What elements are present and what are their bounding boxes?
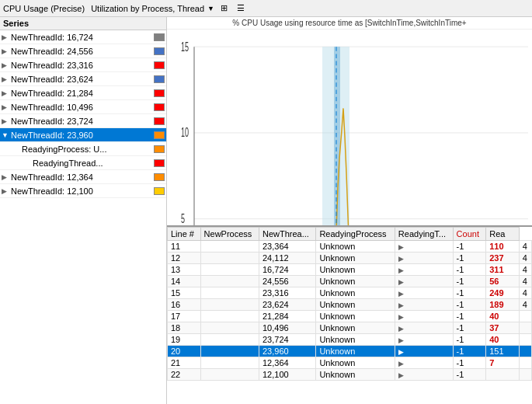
cell-readying-process: Unknown	[316, 369, 395, 381]
cell-thread: 24,112	[259, 252, 315, 264]
cell-thread: 21,284	[259, 311, 315, 322]
toolbar-subtitle: Utilization by Process, Thread	[91, 4, 204, 13]
series-item-7[interactable]: ▶NewThreadId: 23,724	[0, 114, 166, 128]
series-item-10[interactable]: ReadyingThread...	[0, 156, 166, 170]
color-box-7	[154, 117, 165, 125]
expand-arrow-1: ▶	[2, 33, 11, 41]
table-row[interactable]: 2212,100Unknown▶-1	[168, 369, 532, 381]
col-header-rea[interactable]: Rea	[486, 228, 520, 241]
cell-readying-t: -1	[453, 334, 486, 346]
cell-process	[200, 334, 259, 346]
toolbar-title: CPU Usage (Precise)	[3, 4, 85, 13]
table-row[interactable]: 1424,556Unknown▶-1564	[168, 276, 532, 287]
series-name-10: ReadyingThread...	[33, 158, 152, 168]
svg-text:15: 15	[181, 40, 189, 54]
col-header-readying-t[interactable]: ReadyingT...	[395, 228, 453, 241]
series-item-9[interactable]: ReadyingProcess: U...	[0, 142, 166, 156]
cell-count: 311	[486, 264, 520, 276]
table-row[interactable]: 1923,724Unknown▶-140	[168, 334, 532, 346]
cell-readying-process: Unknown	[316, 322, 395, 334]
series-header: Series	[0, 17, 166, 30]
series-name-3: NewThreadId: 23,316	[11, 61, 152, 70]
cell-readying-thread: ▶	[395, 276, 453, 287]
col-header-newthread[interactable]: NewThrea...	[259, 228, 315, 241]
cell-process	[200, 299, 259, 311]
series-item-8[interactable]: ▼NewThreadId: 23,960	[0, 128, 166, 142]
cell-readying-thread: ▶	[395, 287, 453, 299]
cell-process	[200, 241, 259, 252]
table-row[interactable]: 1316,724Unknown▶-13114	[168, 264, 532, 276]
cell-thread: 10,496	[259, 322, 315, 334]
series-item-11[interactable]: ▶NewThreadId: 12,364	[0, 170, 166, 184]
cell-readying-t: -1	[453, 369, 486, 381]
table-row[interactable]: 2112,364Unknown▶-17	[168, 357, 532, 369]
cell-readying-thread: ▶	[395, 264, 453, 276]
cell-readying-thread: ▶	[395, 299, 453, 311]
series-item-3[interactable]: ▶NewThreadId: 23,316	[0, 58, 166, 72]
series-item-12[interactable]: ▶NewThreadId: 12,100	[0, 184, 166, 198]
expand-arrow-2: ▶	[2, 47, 11, 55]
cell-rea: 4	[519, 287, 531, 299]
series-item-1[interactable]: ▶NewThreadId: 16,724	[0, 30, 166, 44]
cell-thread: 23,364	[259, 241, 315, 252]
table-wrapper[interactable]: Line # NewProcess NewThrea... ReadyingPr…	[167, 227, 532, 404]
table-row[interactable]: 1123,364Unknown▶-11104	[168, 241, 532, 252]
table-row[interactable]: 1810,496Unknown▶-137	[168, 322, 532, 334]
col-header-line[interactable]: Line #	[168, 228, 201, 241]
cell-readying-thread: ▶	[395, 334, 453, 346]
cell-thread: 12,100	[259, 369, 315, 381]
series-item-6[interactable]: ▶NewThreadId: 10,496	[0, 100, 166, 114]
table-row[interactable]: 1224,112Unknown▶-12374	[168, 252, 532, 264]
color-box-12	[154, 187, 165, 195]
expand-arrow-12: ▶	[2, 187, 11, 195]
series-name-12: NewThreadId: 12,100	[11, 186, 152, 196]
cell-count: 189	[486, 299, 520, 311]
cell-line: 20	[168, 346, 201, 357]
cell-thread: 24,556	[259, 276, 315, 287]
toolbar: CPU Usage (Precise) Utilization by Proce…	[0, 0, 532, 17]
table-row[interactable]: 1721,284Unknown▶-140	[168, 311, 532, 322]
cell-count: 40	[486, 334, 520, 346]
grid-view-button[interactable]: ⊞	[217, 2, 231, 15]
cell-readying-process: Unknown	[316, 287, 395, 299]
bottom-table-section: Line # NewProcess NewThrea... ReadyingPr…	[167, 225, 532, 404]
cell-rea	[519, 346, 531, 357]
col-header-newprocess[interactable]: NewProcess	[200, 228, 259, 241]
cell-readying-process: Unknown	[316, 346, 395, 357]
table-row[interactable]: 1523,316Unknown▶-12494	[168, 287, 532, 299]
cell-readying-t: -1	[453, 276, 486, 287]
color-box-11	[154, 173, 165, 181]
cell-line: 21	[168, 357, 201, 369]
expand-arrow-5: ▶	[2, 89, 11, 97]
cell-line: 16	[168, 299, 201, 311]
col-header-count[interactable]: Count	[453, 228, 486, 241]
series-name-5: NewThreadId: 21,284	[11, 89, 152, 98]
cell-rea	[519, 322, 531, 334]
series-item-5[interactable]: ▶NewThreadId: 21,284	[0, 86, 166, 100]
cell-readying-t: -1	[453, 357, 486, 369]
cell-rea	[519, 369, 531, 381]
cell-line: 12	[168, 252, 201, 264]
series-item-2[interactable]: ▶NewThreadId: 24,556	[0, 44, 166, 58]
expand-arrow-8: ▼	[2, 131, 11, 139]
cell-readying-process: Unknown	[316, 252, 395, 264]
cell-process	[200, 311, 259, 322]
toolbar-dropdown-arrow[interactable]: ▼	[207, 5, 214, 12]
cell-readying-thread: ▶	[395, 252, 453, 264]
color-box-1	[154, 33, 165, 41]
table-view-button[interactable]: ☰	[234, 2, 248, 15]
cell-thread: 23,316	[259, 287, 315, 299]
cell-count: 56	[486, 276, 520, 287]
table-row[interactable]: 2023,960Unknown▶-1151	[168, 346, 532, 357]
color-box-8	[154, 131, 165, 139]
col-header-readying-process[interactable]: ReadyingProcess	[316, 228, 395, 241]
cell-rea	[519, 334, 531, 346]
series-name-4: NewThreadId: 23,624	[11, 75, 152, 84]
table-row[interactable]: 1623,624Unknown▶-11894	[168, 299, 532, 311]
series-item-4[interactable]: ▶NewThreadId: 23,624	[0, 72, 166, 86]
cell-rea	[519, 311, 531, 322]
data-table: Line # NewProcess NewThrea... ReadyingPr…	[167, 227, 532, 381]
series-name-1: NewThreadId: 16,724	[11, 33, 152, 42]
cell-readying-t: -1	[453, 264, 486, 276]
cell-count	[486, 369, 520, 381]
